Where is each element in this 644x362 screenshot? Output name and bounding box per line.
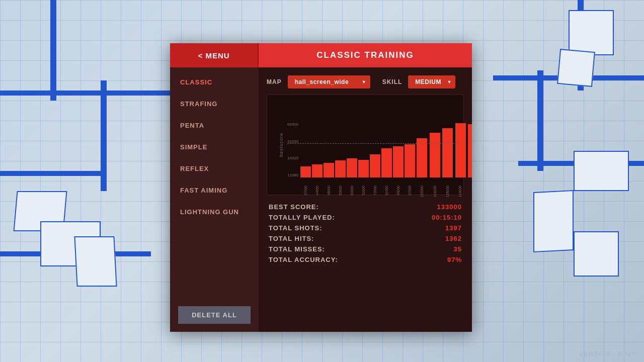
chart-bar <box>358 160 369 177</box>
chart-dashed-line <box>287 143 459 144</box>
stat-label: TOTAL MISSES: <box>269 245 325 253</box>
chart-bar-wrapper: 126000 <box>442 107 453 193</box>
chart-y-label: bestscore <box>279 133 284 157</box>
chart-bar-wrapper: 105000 <box>416 107 428 193</box>
chart-bar-wrapper: 133000 <box>454 107 466 193</box>
chart-bar <box>430 133 440 177</box>
chart-bar-wrapper: 81000 <box>381 107 392 193</box>
sidebar: CLASSICSTRAFINGPENTASIMPLEREFLEXFAST AIM… <box>170 67 259 332</box>
chart-bar-wrapper: 87000 <box>405 107 415 193</box>
bg-box <box>574 151 629 191</box>
chart-area: bestscore 66500 33250 16625 11083 370004… <box>267 95 464 195</box>
stat-row: BEST SCORE:133000 <box>267 203 464 211</box>
bg-box <box>557 49 595 87</box>
bg-box <box>533 190 574 252</box>
stat-value: 133000 <box>437 203 462 211</box>
map-dropdown-wrapper: hall_screen_widehall_screen_narrowroom_w… <box>288 75 370 88</box>
stat-label: TOTAL ACCURACY: <box>269 256 338 263</box>
stat-label: TOTAL SHOTS: <box>269 224 323 232</box>
chart-bar <box>405 144 415 177</box>
chart-bar-wrapper: 116000 <box>429 107 441 193</box>
chart-bar-wrapper: 53000 <box>335 107 346 193</box>
sidebar-item-reflex[interactable]: REFLEX <box>170 158 259 179</box>
stat-label: TOTALLY PLAYED: <box>269 214 335 221</box>
chart-bar-wrapper: 44000 <box>312 107 323 193</box>
skill-dropdown-wrapper: EASYMEDIUMHARDINSANE <box>408 75 455 88</box>
chart-bar-wrapper: 84000 <box>393 107 404 193</box>
ui-panel: < MENU CLASSIC TRAINING CLASSICSTRAFINGP… <box>170 43 472 332</box>
chart-bar <box>347 158 357 177</box>
sidebar-item-lightning-gun[interactable]: LIGHTNING GUN <box>170 201 259 223</box>
stat-row: TOTAL HITS:1362 <box>267 235 464 242</box>
sidebar-item-strafing[interactable]: STRAFING <box>170 93 259 115</box>
stat-row: TOTAL MISSES:35 <box>267 245 464 253</box>
bg-box <box>569 10 614 55</box>
map-label: MAP <box>267 78 282 85</box>
chart-bar <box>300 166 311 177</box>
stat-value: 1362 <box>445 235 462 242</box>
stats-grid: BEST SCORE:133000TOTALLY PLAYED:00:15:10… <box>267 203 464 263</box>
stat-value: 35 <box>454 245 462 253</box>
menu-button[interactable]: < MENU <box>170 43 259 67</box>
stat-row: TOTALLY PLAYED:00:15:10 <box>267 214 464 221</box>
sidebar-bottom: DELETE ALL <box>170 298 259 332</box>
bg-line <box>0 171 101 176</box>
bg-line <box>50 0 56 101</box>
y-tick: 66500 <box>287 122 298 127</box>
chart-bar <box>324 163 334 177</box>
chart-bar <box>455 123 466 177</box>
panel-title: CLASSIC TRAINING <box>259 50 472 60</box>
chart-bar-wrapper: 46000 <box>324 107 334 193</box>
chart-bar-wrapper: 60000 <box>347 107 357 193</box>
stat-label: TOTAL HITS: <box>269 235 314 242</box>
chart-bar-wrapper: 37000 <box>300 107 311 193</box>
chart-bar-label: 126000 <box>441 186 455 197</box>
y-tick: 11083 <box>287 173 298 177</box>
chart-bar <box>442 128 453 177</box>
header-bar: < MENU CLASSIC TRAINING <box>170 43 472 67</box>
chart-bar <box>370 154 380 177</box>
bg-line <box>101 80 107 191</box>
delete-all-button[interactable]: DELETE ALL <box>178 306 251 324</box>
chart-bar-wrapper: 52000 <box>358 107 369 193</box>
skill-dropdown[interactable]: EASYMEDIUMHARDINSANE <box>408 75 455 88</box>
bg-box <box>74 236 117 287</box>
controls-row: MAP hall_screen_widehall_screen_narrowro… <box>267 75 464 88</box>
stat-label: BEST SCORE: <box>269 203 319 211</box>
bg-line <box>537 70 543 171</box>
y-tick: 16625 <box>287 156 298 160</box>
bg-line <box>0 90 171 96</box>
chart-bar-label: 132000 <box>466 186 472 197</box>
chart-bar-label: 133000 <box>453 186 467 197</box>
panel-body: CLASSICSTRAFINGPENTASIMPLEREFLEXFAST AIM… <box>170 67 472 332</box>
version-label: VERSION: 0.047 <box>579 350 636 358</box>
chart-bar-label: 105000 <box>415 186 429 197</box>
stat-value: 1397 <box>445 224 462 232</box>
skill-label: SKILL <box>382 78 403 85</box>
stat-row: TOTAL ACCURACY:97% <box>267 256 464 263</box>
stat-value: 00:15:10 <box>432 214 462 221</box>
chart-bar-wrapper: 132000 <box>467 107 472 193</box>
bg-box <box>574 231 619 277</box>
chart-bar <box>312 164 323 177</box>
main-content: MAP hall_screen_widehall_screen_narrowro… <box>259 67 472 332</box>
chart-bar <box>335 160 346 177</box>
chart-bar-label: 116000 <box>428 186 442 197</box>
chart-bar <box>468 124 472 177</box>
stat-row: TOTAL SHOTS:1397 <box>267 224 464 232</box>
chart-bar <box>417 138 427 177</box>
sidebar-item-fast-aiming[interactable]: FAST AIMING <box>170 179 259 201</box>
chart-bar <box>393 146 404 177</box>
sidebar-item-penta[interactable]: PENTA <box>170 115 259 136</box>
map-dropdown[interactable]: hall_screen_widehall_screen_narrowroom_w… <box>288 75 370 88</box>
stat-value: 97% <box>447 256 462 263</box>
chart-bar-wrapper: 72000 <box>370 107 380 193</box>
sidebar-item-classic[interactable]: CLASSIC <box>170 71 259 93</box>
chart-bar <box>381 148 392 177</box>
sidebar-item-simple[interactable]: SIMPLE <box>170 136 259 158</box>
